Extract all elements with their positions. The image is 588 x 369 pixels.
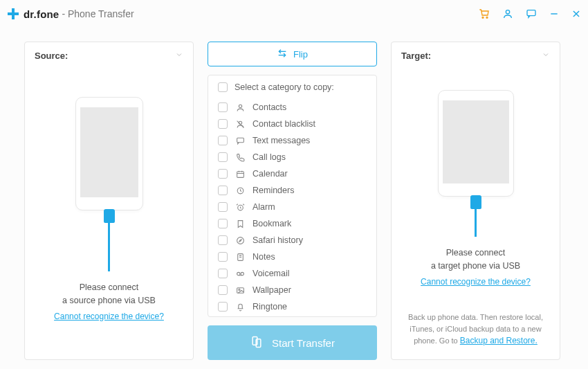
compass-icon	[235, 236, 246, 245]
checkbox[interactable]	[218, 152, 228, 162]
category-alarm[interactable]: Alarm	[218, 199, 367, 215]
usb-cable-icon	[104, 210, 115, 271]
checkbox[interactable]	[218, 252, 228, 262]
svg-point-30	[238, 289, 239, 290]
category-texts[interactable]: Text messages	[218, 132, 367, 149]
category-bookmark[interactable]: Bookmark	[218, 215, 367, 232]
svg-point-26	[237, 272, 239, 275]
checkbox[interactable]	[218, 102, 228, 112]
svg-point-4	[506, 10, 509, 14]
target-panel: Target: Please connect a target phone vi…	[391, 42, 560, 360]
category-wallpaper[interactable]: Wallpaper	[218, 282, 367, 298]
titlebar: dr.fone - Phone Transfer	[0, 0, 588, 28]
image-icon	[235, 286, 246, 295]
checkbox[interactable]	[218, 235, 228, 245]
svg-rect-13	[237, 171, 244, 177]
voicemail-icon	[235, 269, 246, 278]
checkbox[interactable]	[218, 186, 228, 195]
source-phone-icon	[75, 97, 143, 210]
close-icon[interactable]	[571, 9, 581, 19]
svg-point-27	[241, 272, 244, 275]
main: Source: Please connect a source phone vi…	[0, 28, 588, 369]
brand-name: dr.fone	[24, 8, 59, 20]
message-icon	[235, 136, 246, 145]
category-ringtone[interactable]: Ringtone	[218, 298, 367, 315]
chevron-down-icon	[542, 51, 550, 61]
alarm-icon	[235, 203, 246, 212]
select-all-row[interactable]: Select a category to copy:	[208, 75, 376, 99]
start-transfer-button[interactable]: Start Transfer	[208, 325, 377, 360]
checkbox[interactable]	[218, 169, 228, 179]
target-label: Target:	[401, 51, 431, 61]
target-message: Please connect a target phone via USB	[431, 246, 520, 273]
person-block-icon	[235, 120, 246, 129]
flip-icon	[277, 48, 288, 60]
feedback-icon[interactable]	[526, 8, 537, 19]
category-reminders[interactable]: Reminders	[218, 182, 367, 199]
svg-point-21	[237, 237, 244, 244]
checkbox[interactable]	[218, 219, 228, 228]
chevron-down-icon	[175, 51, 183, 61]
category-safari[interactable]: Safari history	[218, 232, 367, 249]
checkbox[interactable]	[218, 136, 228, 145]
person-icon	[235, 103, 246, 112]
category-contacts[interactable]: Contacts	[218, 99, 367, 116]
source-header[interactable]: Source:	[25, 42, 193, 69]
bell-icon	[235, 303, 246, 312]
reminder-icon	[235, 186, 246, 195]
usb-cable-icon	[470, 197, 481, 237]
select-all-checkbox[interactable]	[218, 82, 228, 92]
checkbox[interactable]	[218, 269, 228, 278]
category-blacklist[interactable]: Contact blacklist	[218, 116, 367, 132]
svg-line-19	[237, 204, 238, 205]
svg-line-20	[243, 204, 244, 205]
checkbox[interactable]	[218, 119, 228, 129]
source-label: Source:	[35, 51, 68, 61]
svg-rect-29	[237, 287, 244, 293]
svg-rect-12	[237, 138, 244, 143]
account-icon[interactable]	[502, 8, 513, 19]
brand-logo-icon	[7, 8, 19, 20]
flip-button[interactable]: Flip	[208, 42, 377, 66]
phone-icon	[235, 153, 246, 162]
category-voicemail[interactable]: Voicemail	[218, 265, 367, 282]
window-controls	[479, 8, 581, 19]
bookmark-icon	[235, 219, 246, 228]
middle-panel: Flip Select a category to copy: Contacts	[208, 42, 377, 360]
app-title: - Phone Transfer	[62, 8, 134, 19]
brand: dr.fone	[7, 8, 59, 20]
minimize-icon[interactable]	[549, 9, 559, 19]
category-calendar[interactable]: Calendar	[218, 165, 367, 182]
target-help-link[interactable]: Cannot recognize the device?	[421, 277, 531, 287]
source-message: Please connect a source phone via USB	[62, 281, 156, 307]
backup-message: Back up phone data. Then restore local, …	[403, 312, 549, 350]
target-phone-icon	[438, 90, 514, 197]
checkbox[interactable]	[218, 302, 228, 312]
category-panel: Select a category to copy: Contacts Cont…	[208, 75, 377, 317]
select-label: Select a category to copy:	[235, 82, 334, 92]
flip-label: Flip	[293, 49, 308, 60]
start-label: Start Transfer	[272, 337, 335, 349]
source-panel: Source: Please connect a source phone vi…	[24, 42, 194, 360]
target-header[interactable]: Target:	[392, 42, 560, 69]
category-notes[interactable]: Notes	[218, 249, 367, 265]
checkbox[interactable]	[218, 285, 228, 295]
cart-icon[interactable]	[479, 8, 490, 19]
calendar-icon	[235, 170, 246, 179]
backup-restore-link[interactable]: Backup and Restore.	[460, 334, 538, 347]
category-voicememos[interactable]: Voice Memos	[218, 315, 367, 316]
source-help-link[interactable]: Cannot recognize the device?	[54, 312, 164, 321]
checkbox[interactable]	[218, 202, 228, 212]
svg-point-9	[239, 105, 241, 107]
svg-point-3	[486, 17, 488, 18]
category-list[interactable]: Contacts Contact blacklist Text messages	[208, 99, 372, 316]
notes-icon	[235, 253, 246, 262]
svg-rect-1	[8, 12, 19, 15]
svg-point-2	[482, 17, 484, 18]
transfer-icon	[250, 335, 264, 351]
svg-rect-5	[527, 10, 535, 16]
svg-marker-22	[239, 239, 241, 241]
category-calls[interactable]: Call logs	[218, 149, 367, 165]
